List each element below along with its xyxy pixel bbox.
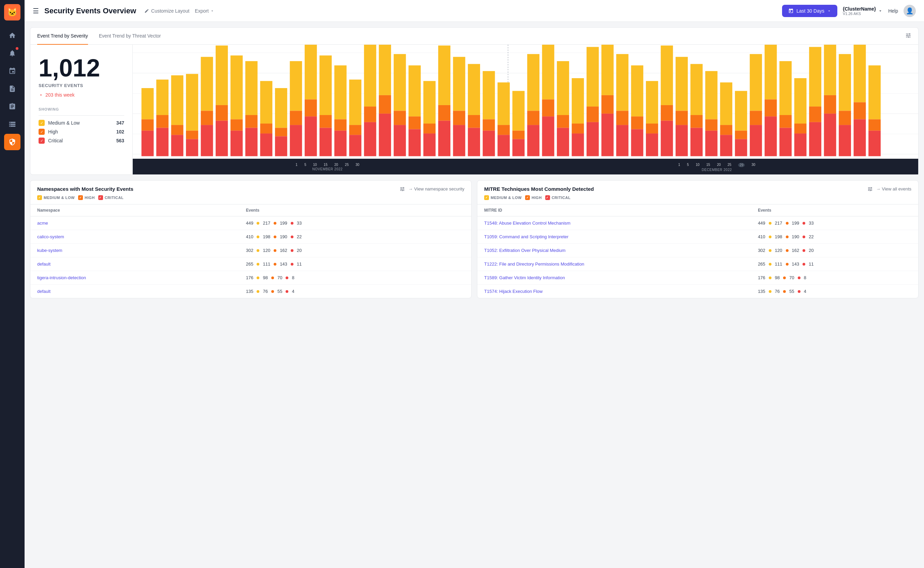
help-button[interactable]: Help	[888, 8, 898, 14]
sidebar-item-alerts[interactable]	[4, 45, 21, 62]
sidebar-item-clipboard[interactable]	[4, 98, 21, 115]
svg-rect-90	[542, 116, 555, 156]
col-namespace-header: Namespace	[30, 204, 239, 216]
svg-rect-151	[854, 45, 866, 103]
user-avatar[interactable]: 👤	[903, 5, 916, 17]
legend-medium-label: Medium & Low	[48, 120, 113, 125]
svg-rect-102	[601, 114, 614, 156]
report-icon	[9, 85, 16, 92]
namespace-link[interactable]: acme	[37, 221, 48, 226]
dec-label-1: 1	[678, 163, 680, 167]
export-label: Export	[195, 8, 208, 14]
bottom-panels: Namespaces with Most Security Events → V…	[30, 180, 918, 298]
mitre-filter-icon[interactable]	[867, 186, 873, 192]
table-row: T1589: Gather Victim Identity Informatio…	[477, 271, 918, 285]
svg-rect-107	[631, 116, 643, 129]
svg-rect-60	[394, 125, 406, 156]
sidebar-item-graph[interactable]	[4, 63, 21, 79]
sidebar-item-storage[interactable]	[4, 116, 21, 133]
svg-rect-137	[779, 115, 791, 128]
svg-rect-25	[230, 55, 243, 119]
mitre-events-crit: 11	[809, 261, 814, 267]
svg-rect-103	[616, 54, 629, 110]
table-row: calico-system 410 198 190 22	[30, 230, 471, 244]
svg-rect-85	[527, 54, 540, 110]
dot-critical	[286, 290, 288, 293]
svg-rect-62	[408, 116, 421, 129]
namespace-link[interactable]: calico-system	[37, 234, 64, 239]
svg-rect-70	[453, 57, 466, 111]
chart-filter-button[interactable]	[905, 32, 911, 40]
mitre-dot-critical	[798, 276, 800, 279]
svg-rect-97	[586, 47, 599, 107]
tab-threat[interactable]: Event Trend by Threat Vector	[99, 28, 161, 45]
mitre-link[interactable]: T1548: Abuse Elevation Control Mechanism	[484, 221, 570, 226]
cluster-info[interactable]: {ClusterName} V1.26 AKS	[843, 6, 883, 16]
legend-high-count: 102	[116, 129, 124, 134]
mitre-dot-critical	[802, 249, 805, 252]
dot-critical	[286, 276, 288, 279]
sidebar-item-home[interactable]	[4, 27, 21, 44]
svg-rect-24	[216, 121, 228, 156]
mitre-link[interactable]: T1059: Command and Scripting Interpreter	[484, 234, 568, 239]
mitre-dot-medium	[769, 249, 772, 252]
mitre-dot-medium	[769, 222, 772, 225]
svg-rect-33	[260, 133, 272, 156]
tab-severity[interactable]: Event Trend by Severity	[37, 28, 88, 45]
namespaces-title-row: Namespaces with Most Security Events → V…	[37, 186, 464, 192]
export-button[interactable]: Export	[195, 8, 214, 14]
badge-high-label-ns: HIGH	[84, 196, 95, 200]
mitre-link[interactable]: T1222: File and Directory Permissions Mo…	[484, 261, 584, 267]
svg-rect-81	[497, 135, 510, 156]
mitre-dot-high	[786, 222, 788, 225]
nov-label-30: 30	[356, 163, 359, 166]
namespace-link[interactable]: default	[37, 289, 51, 294]
svg-rect-74	[468, 115, 480, 128]
svg-rect-8	[142, 119, 154, 131]
svg-rect-71	[453, 111, 466, 125]
svg-rect-113	[660, 105, 673, 121]
mitre-link[interactable]: T1052: Exfiltration Over Physical Medium	[484, 248, 565, 253]
mitre-dot-critical	[802, 263, 805, 266]
mitre-link[interactable]: T1589: Gather Victim Identity Informatio…	[484, 275, 565, 280]
svg-rect-91	[557, 61, 569, 115]
svg-rect-110	[646, 124, 658, 133]
events-high: 190	[280, 234, 287, 239]
mitre-link[interactable]: T1574: Hijack Execution Flow	[484, 289, 543, 294]
svg-rect-63	[408, 129, 421, 156]
svg-rect-134	[765, 99, 777, 116]
mitre-header: MITRE Techniques Most Commonly Detected …	[477, 181, 918, 204]
svg-rect-26	[230, 119, 243, 131]
namespace-link[interactable]: tigera-intrusion-detection	[37, 275, 86, 280]
customize-layout-link[interactable]: Customize Layout	[144, 8, 189, 14]
events-med: 98	[263, 275, 267, 280]
dot-medium	[256, 236, 259, 238]
events-high: 143	[280, 261, 287, 267]
date-range-button[interactable]: Last 30 Days	[782, 5, 837, 17]
svg-rect-46	[335, 65, 347, 119]
mitre-events-crit: 33	[809, 221, 814, 226]
namespace-link[interactable]: default	[37, 261, 51, 267]
events-total: 265	[246, 261, 253, 267]
table-row: tigera-intrusion-detection 176 98 70 8	[30, 271, 471, 285]
chart-canvas-area: 1 5 10 15 20 25 30 NOVEMBER 2022	[133, 45, 918, 174]
customize-label: Customize Layout	[151, 8, 189, 14]
nov-label-20: 20	[335, 163, 338, 166]
sidebar-item-reports[interactable]	[4, 80, 21, 97]
menu-button[interactable]: ☰	[33, 7, 39, 15]
svg-rect-87	[527, 125, 540, 156]
svg-rect-7	[142, 88, 154, 119]
events-high: 162	[280, 248, 287, 253]
events-total: 449	[246, 221, 253, 226]
svg-rect-98	[586, 107, 599, 122]
dec-label-30: 30	[752, 163, 755, 167]
mitre-table: MITRE ID Events T1548: Abuse Elevation C…	[477, 204, 918, 298]
dot-high	[274, 236, 276, 238]
namespaces-filter-icon[interactable]	[399, 186, 405, 192]
view-namespace-link[interactable]: → View namespace security	[408, 186, 464, 192]
view-all-events-link[interactable]: → View all events	[876, 186, 911, 192]
table-row: default 135 76 55 4	[30, 285, 471, 298]
events-med: 217	[263, 221, 270, 226]
sidebar-item-shield[interactable]	[4, 134, 21, 150]
namespace-link[interactable]: kube-system	[37, 248, 62, 253]
